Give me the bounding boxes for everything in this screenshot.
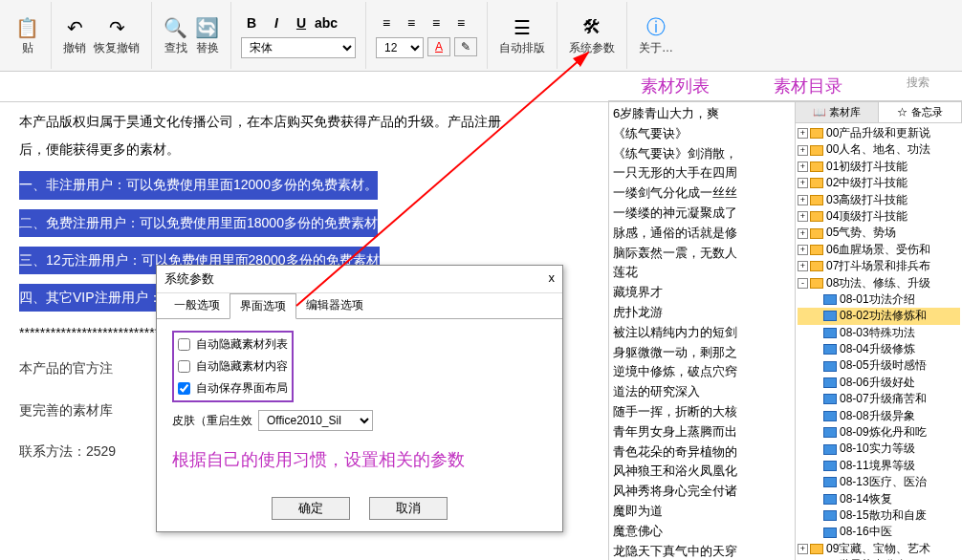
sys-params-button[interactable]: 🛠 系统参数 [567,13,617,58]
font-color-button[interactable]: A [427,37,450,56]
list-item[interactable]: 虎扑龙游 [613,303,791,323]
tree-item[interactable]: +06血腥场景、受伤和 [798,242,960,258]
tree-label: 08-05升级时感悟 [840,357,927,374]
tree-item[interactable]: 08-05升级时感悟 [798,357,960,374]
list-item[interactable]: 风神秀将身心完全付诸 [613,482,791,502]
list-item[interactable]: 《练气要诀》 [613,124,791,144]
font-select[interactable]: 宋体 [241,37,356,58]
tab-editor[interactable]: 编辑器选项 [296,293,373,318]
list-item[interactable]: 青色花朵的奇异植物的 [613,442,791,463]
ok-button[interactable]: 确定 [272,497,350,520]
tree-item[interactable]: +00人名、地名、功法 [798,141,960,158]
list-item[interactable]: 身躯微微一动，剩那之 [613,343,791,363]
tree-item[interactable]: 08-13医疗、医治 [798,474,960,490]
tab-general[interactable]: 一般选项 [164,293,230,318]
tree-item[interactable]: +00产品升级和更新说 [798,125,960,141]
expand-icon[interactable]: + [798,128,808,139]
tree-item[interactable]: +01初级打斗技能 [798,159,960,175]
tab-library[interactable]: 📖 素材库 [796,102,879,122]
list-item[interactable]: 脑际轰然一震，无数人 [613,244,791,264]
align-justify-button[interactable]: ≡ [450,12,471,33]
about-button[interactable]: ⓘ 关于… [637,13,675,58]
tree-item[interactable]: 08-01功法介绍 [798,291,960,308]
tab-ui[interactable]: 界面选项 [230,293,296,319]
folder-icon [810,145,823,156]
tree-item[interactable]: +07打斗场景和排兵布 [798,258,960,274]
align-center-button[interactable]: ≡ [401,12,422,33]
bold-button[interactable]: B [241,12,262,33]
chk-hide-list[interactable] [178,338,190,351]
list-item[interactable]: 一缕缕的神元凝聚成了 [613,204,791,224]
underline-button[interactable]: U [291,12,312,33]
expand-icon[interactable]: + [798,261,808,271]
strike-button[interactable]: abc [316,12,337,33]
italic-button[interactable]: I [266,12,287,33]
expand-icon[interactable]: + [798,178,808,188]
cancel-button[interactable]: 取消 [369,497,448,520]
search-button[interactable]: 搜索 [907,75,929,97]
skin-select[interactable]: Office2010_Sil [258,410,373,431]
tree-item[interactable]: 08-02功法修炼和 [798,308,960,324]
tree-item[interactable]: 08-10实力等级 [798,441,960,457]
tree-item[interactable]: +09宝藏、宝物、艺术 [798,541,960,557]
list-item[interactable]: 逆境中修炼，破点穴窍 [613,362,791,382]
highlight-button[interactable]: ✎ [454,37,477,56]
expand-icon[interactable]: + [798,544,808,554]
material-list[interactable]: 6岁膝青山大力，爽《练气要诀》《练气要诀》剑消散，一只无形的大手在四周一缕剑气分… [609,102,795,560]
list-item[interactable]: 龙隐天下真气中的天穿 [613,542,791,560]
find-button[interactable]: 🔍 查找 [162,13,189,58]
tree-item[interactable]: 08-08升级异象 [798,408,960,424]
expand-icon[interactable]: - [798,278,808,289]
close-icon[interactable]: x [549,270,556,288]
expand-icon[interactable]: + [798,228,808,239]
expand-icon[interactable]: + [798,245,808,255]
list-item[interactable]: 莲花 [613,263,791,283]
auto-layout-button[interactable]: ☰ 自动排版 [497,13,547,58]
tree-item[interactable]: +03高级打斗技能 [798,192,960,208]
expand-icon[interactable]: + [798,195,808,205]
tree-item[interactable]: 08-04升级修炼 [798,341,960,357]
expand-icon[interactable]: + [798,211,808,222]
align-right-button[interactable]: ≡ [426,12,447,33]
tree-item[interactable]: 08-16中医 [798,524,960,540]
tree-item[interactable]: -08功法、修练、升级 [798,275,960,291]
list-item[interactable]: 魔即为道 [613,502,791,522]
list-item[interactable]: 风神狼王和浴火凤凰化 [613,462,791,482]
list-item[interactable]: 魔意佛心 [613,522,791,542]
size-select[interactable]: 12 [376,37,424,58]
tree-item[interactable]: +02中级打斗技能 [798,175,960,191]
tab-memo[interactable]: ☆ 备忘录 [879,102,962,122]
tree-item[interactable]: 08-15散功和自废 [798,507,960,524]
redo-button[interactable]: ↷ 恢复撤销 [92,13,142,58]
align-left-button[interactable]: ≡ [376,12,397,33]
editor-text: 后，便能获得更多的素材。 [19,141,180,157]
list-item[interactable]: 道法的研究深入 [613,382,791,402]
material-tree[interactable]: +00产品升级和更新说+00人名、地名、功法+01初级打斗技能+02中级打斗技能… [796,123,962,560]
tree-label: 00人名、地名、功法 [826,141,930,158]
replace-button[interactable]: 🔄 替换 [193,13,221,58]
chk-hide-content[interactable] [178,360,190,373]
expand-icon[interactable]: + [798,162,808,172]
tree-item[interactable]: 08-03特殊功法 [798,325,960,341]
list-item[interactable]: 脉感，通俗的话就是修 [613,224,791,244]
paste-button[interactable]: 📋 贴 [13,13,41,58]
tree-item[interactable]: 08-07升级痛苦和 [798,391,960,407]
tree-item[interactable]: 08-09炼化丹和吃 [798,424,960,441]
undo-button[interactable]: ↶ 撤销 [61,13,88,58]
tree-item[interactable]: +05气势、势场 [798,225,960,241]
list-item[interactable]: 随手一挥，折断的大核 [613,402,791,422]
list-item[interactable]: 一只无形的大手在四周 [613,163,791,183]
tree-item[interactable]: 08-06升级好处 [798,375,960,391]
list-item[interactable]: 青年男女身上蒸腾而出 [613,422,791,442]
tree-item[interactable]: +04顶级打斗技能 [798,208,960,225]
list-item[interactable]: 被注以精纯内力的短剑 [613,323,791,343]
tree-item[interactable]: 08-14恢复 [798,491,960,507]
list-item[interactable]: 一缕剑气分化成一丝丝 [613,183,791,204]
tree-label: 08-13医疗、医治 [840,474,927,490]
tree-item[interactable]: 08-11境界等级 [798,458,960,474]
expand-icon[interactable]: + [798,145,808,156]
list-item[interactable]: 藏境界才 [613,283,791,303]
chk-save-layout[interactable] [178,382,190,395]
list-item[interactable]: 6岁膝青山大力，爽 [613,104,791,124]
list-item[interactable]: 《练气要诀》剑消散， [613,144,791,164]
